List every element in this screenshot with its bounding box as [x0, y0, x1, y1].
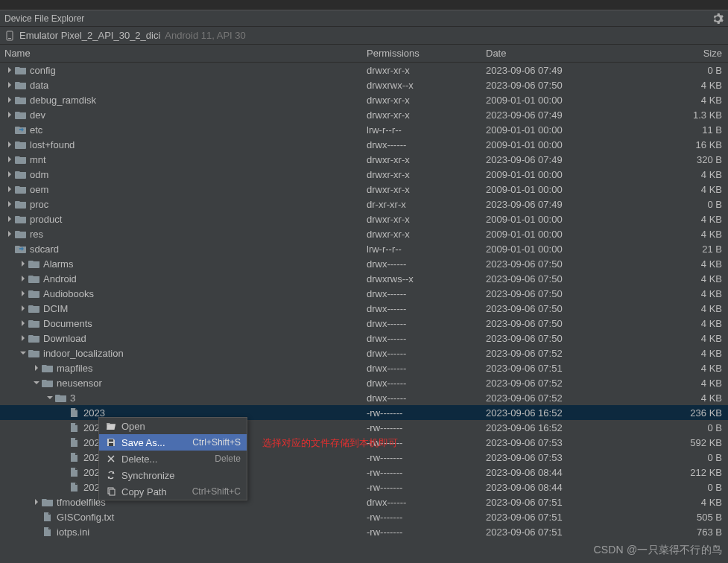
expand-arrow-icon[interactable]	[31, 497, 42, 507]
expand-arrow-icon[interactable]	[31, 378, 42, 388]
tree-row[interactable]: resdrwxr-xr-x2009-01-01 00:004 KB	[0, 226, 728, 241]
svg-rect-3	[109, 443, 113, 446]
column-header-permissions[interactable]: Permissions	[367, 48, 486, 59]
item-name: etc	[30, 124, 42, 136]
tree-row[interactable]: productdrwxr-xr-x2009-01-01 00:004 KB	[0, 211, 728, 226]
expand-arrow-icon[interactable]	[4, 214, 15, 224]
tree-row[interactable]: oemdrwxr-xr-x2009-01-01 00:004 KB	[0, 182, 728, 197]
menu-item-open[interactable]: Open	[99, 418, 247, 434]
folder-icon	[28, 258, 40, 269]
tree-row[interactable]: procdr-xr-xr-x2023-09-06 07:490 B	[0, 197, 728, 211]
folder-icon	[15, 199, 27, 209]
cell-date: 2023-09-06 07:50	[486, 333, 653, 344]
file-icon	[69, 422, 80, 433]
menu-item-save-as[interactable]: Save As...Ctrl+Shift+S	[99, 434, 247, 451]
menu-item-delete[interactable]: Delete...Delete	[99, 451, 247, 467]
expand-arrow-icon[interactable]	[4, 154, 15, 165]
menu-label: Delete...	[121, 454, 210, 465]
tree-row[interactable]: indoor_localizationdrwx------2023-09-06 …	[0, 346, 728, 360]
cell-name: Android	[0, 273, 367, 284]
tree-row[interactable]: datadrwxrwx--x2023-09-06 07:504 KB	[0, 77, 728, 92]
tree-row[interactable]: Androiddrwxrws--x2023-09-06 07:504 KB	[0, 271, 728, 286]
expand-arrow-icon[interactable]	[4, 95, 15, 105]
expand-arrow-icon[interactable]	[18, 258, 28, 269]
tree-row[interactable]: debug_ramdiskdrwxr-xr-x2009-01-01 00:004…	[0, 92, 728, 107]
expand-arrow-icon[interactable]	[4, 184, 15, 194]
folder-icon	[42, 378, 54, 388]
expand-arrow-icon[interactable]	[4, 169, 15, 179]
tree-row[interactable]: odmdrwxr-xr-x2009-01-01 00:004 KB	[0, 167, 728, 182]
tree-row[interactable]: lost+founddrwx------2009-01-01 00:0016 K…	[0, 137, 728, 152]
cell-date: 2009-01-01 00:00	[486, 95, 653, 106]
gear-icon[interactable]	[712, 13, 724, 25]
cell-date: 2023-09-06 07:52	[486, 378, 653, 389]
expand-arrow-icon[interactable]	[18, 303, 28, 314]
tree-row[interactable]: 3drwx------2023-09-06 07:524 KB	[0, 390, 728, 405]
item-name: neusensor	[57, 378, 102, 389]
device-selector[interactable]: Emulator Pixel_2_API_30_2_dici Android 1…	[0, 27, 728, 45]
column-header-size[interactable]: Size	[653, 48, 728, 59]
tree-row[interactable]: iotps.ini-rw-------2023-09-06 07:51763 B	[0, 524, 728, 539]
file-icon	[42, 527, 54, 537]
tree-row[interactable]: mntdrwxr-xr-x2023-09-06 07:49320 B	[0, 152, 728, 167]
column-header-date[interactable]: Date	[486, 48, 653, 59]
tree-row[interactable]: DCIMdrwx------2023-09-06 07:504 KB	[0, 301, 728, 316]
column-header-name[interactable]: Name	[0, 48, 367, 59]
tree-row[interactable]: Alarmsdrwx------2023-09-06 07:504 KB	[0, 256, 728, 271]
tree-row[interactable]: etclrw-r--r--2009-01-01 00:0011 B	[0, 122, 728, 137]
expand-arrow-icon[interactable]	[58, 467, 69, 477]
expand-arrow-icon[interactable]	[18, 288, 28, 299]
cell-size: 4 KB	[653, 363, 728, 374]
tree-row[interactable]: Downloaddrwx------2023-09-06 07:504 KB	[0, 331, 728, 346]
menu-item-synchronize[interactable]: Synchronize	[99, 467, 247, 483]
expand-arrow-icon[interactable]	[31, 512, 42, 522]
tree-row[interactable]: GISConfig.txt-rw-------2023-09-06 07:515…	[0, 509, 728, 524]
folder-icon	[15, 214, 27, 224]
tree-row[interactable]: devdrwxr-xr-x2023-09-06 07:491.3 KB	[0, 107, 728, 122]
expand-arrow-icon[interactable]	[58, 452, 69, 462]
expand-arrow-icon[interactable]	[4, 80, 15, 90]
x-icon	[105, 454, 117, 464]
cell-date: 2023-09-06 07:51	[486, 363, 653, 374]
tree-row[interactable]: Audiobooksdrwx------2023-09-06 07:504 KB	[0, 286, 728, 301]
menu-item-copy-path[interactable]: Copy PathCtrl+Shift+C	[99, 483, 247, 500]
svg-rect-1	[8, 38, 11, 39]
expand-arrow-icon[interactable]	[31, 527, 42, 537]
cell-name: oem	[0, 184, 367, 195]
expand-arrow-icon[interactable]	[4, 65, 15, 75]
cell-size: 4 KB	[653, 229, 728, 240]
expand-arrow-icon[interactable]	[4, 229, 15, 239]
expand-arrow-icon[interactable]	[18, 318, 28, 328]
expand-arrow-icon[interactable]	[58, 422, 69, 433]
tree-row[interactable]: mapfilesdrwx------2023-09-06 07:514 KB	[0, 360, 728, 375]
cell-size: 4 KB	[653, 288, 728, 299]
expand-arrow-icon[interactable]	[45, 392, 55, 403]
folder-icon	[15, 65, 27, 75]
tree-row[interactable]: Documentsdrwx------2023-09-06 07:504 KB	[0, 316, 728, 331]
expand-arrow-icon[interactable]	[4, 244, 15, 254]
folder-icon	[15, 154, 27, 165]
cell-name: product	[0, 214, 367, 225]
tree-row[interactable]: sdcardlrw-r--r--2009-01-01 00:0021 B	[0, 241, 728, 256]
expand-arrow-icon[interactable]	[4, 124, 15, 135]
expand-arrow-icon[interactable]	[31, 363, 42, 373]
folder-icon	[15, 229, 27, 239]
expand-arrow-icon[interactable]	[18, 333, 28, 343]
menu-label: Synchronize	[121, 470, 236, 481]
expand-arrow-icon[interactable]	[58, 482, 69, 492]
expand-arrow-icon[interactable]	[18, 348, 28, 358]
folder-icon	[28, 348, 40, 358]
tree-row[interactable]: neusensordrwx------2023-09-06 07:524 KB	[0, 375, 728, 390]
expand-arrow-icon[interactable]	[58, 437, 69, 448]
expand-arrow-icon[interactable]	[18, 273, 28, 284]
expand-arrow-icon[interactable]	[4, 109, 15, 120]
cell-perm: drwx------	[367, 258, 486, 270]
panel-title: Device File Explorer	[4, 13, 84, 24]
item-name: Android	[43, 273, 77, 284]
expand-arrow-icon[interactable]	[58, 407, 69, 418]
expand-arrow-icon[interactable]	[4, 139, 15, 150]
item-name: mapfiles	[57, 363, 92, 374]
cell-name: 3	[0, 392, 367, 404]
expand-arrow-icon[interactable]	[4, 199, 15, 209]
tree-row[interactable]: configdrwxr-xr-x2023-09-06 07:490 B	[0, 63, 728, 77]
